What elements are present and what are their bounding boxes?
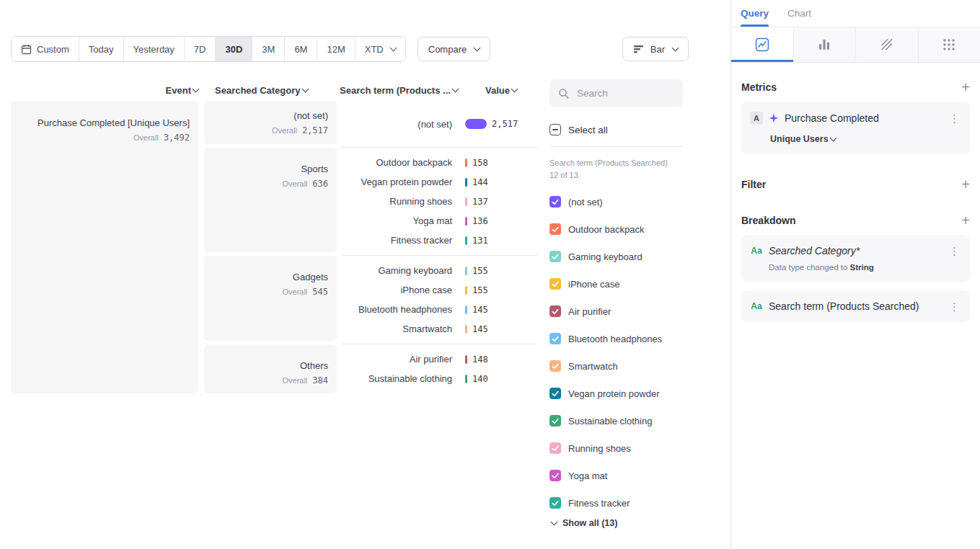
search-term: Gaming keyboard	[342, 265, 458, 276]
table-row[interactable]: Running shoes137	[342, 192, 537, 211]
column-header-search-term[interactable]: Search term (Products ...	[335, 85, 465, 96]
table-row[interactable]: Vegan protein powder144	[342, 172, 537, 192]
table-row[interactable]: Fitness tracker131	[342, 231, 537, 250]
date-button-12m[interactable]: 12M	[317, 37, 355, 61]
category-overall: Overall2,517	[213, 125, 328, 135]
terms-list: Air purifier148Sustainable clothing140	[342, 344, 537, 393]
filter-item[interactable]: Fitness tracker	[549, 489, 683, 517]
bar-chart-icon[interactable]	[794, 27, 857, 62]
filter-item[interactable]: Running shoes	[549, 434, 683, 462]
search-icon	[558, 88, 569, 99]
search-input[interactable]	[575, 87, 674, 99]
filter-item[interactable]: Smartwatch	[549, 352, 683, 380]
search-term: Running shoes	[342, 196, 458, 207]
table-row[interactable]: Bluetooth headphones145	[342, 300, 537, 319]
checkbox-checked[interactable]	[549, 223, 561, 235]
date-button-label: Custom	[37, 44, 69, 55]
tab-chart[interactable]: Chart	[787, 0, 811, 27]
checkbox-checked[interactable]	[549, 333, 561, 344]
event-cell[interactable]: Purchase Completed [Unique Users] Overal…	[11, 101, 198, 393]
table-row[interactable]: Outdoor backpack158	[342, 153, 537, 172]
kebab-menu-icon[interactable]: ⋮	[948, 113, 961, 124]
sparkle-icon	[769, 113, 779, 123]
kebab-menu-icon[interactable]: ⋮	[948, 301, 961, 312]
compare-button[interactable]: Compare	[418, 37, 490, 61]
search-term: Smartwatch	[342, 323, 458, 334]
tab-query[interactable]: Query	[741, 0, 769, 27]
breakdown-card-search-term[interactable]: Aa Search term (Products Searched) ⋮	[741, 290, 970, 322]
breakdown-note: Data type changed to String	[769, 263, 961, 272]
select-all-toggle[interactable]: Select all	[549, 124, 683, 135]
category-cell[interactable]: GadgetsOverall545	[204, 256, 337, 341]
filter-item[interactable]: Sustainable clothing	[549, 407, 683, 434]
filter-item[interactable]: Bluetooth headphones	[549, 325, 683, 352]
filter-item[interactable]: Air purifier	[549, 298, 683, 325]
filter-item-label: Outdoor backpack	[568, 224, 645, 235]
date-button-xtd[interactable]: XTD	[356, 37, 405, 61]
checkbox-checked[interactable]	[549, 196, 561, 207]
date-button-6m[interactable]: 6M	[285, 37, 317, 61]
checkbox-indeterminate[interactable]	[549, 124, 561, 135]
checkbox-checked[interactable]	[549, 360, 561, 372]
date-button-label: 6M	[294, 44, 307, 55]
value-cell: 140	[458, 374, 537, 384]
date-button-custom[interactable]: Custom	[12, 37, 79, 61]
table-row[interactable]: Yoga mat136	[342, 211, 537, 231]
filter-item[interactable]: Outdoor backpack	[549, 215, 683, 243]
search-box[interactable]	[549, 79, 683, 107]
filter-item[interactable]: Yoga mat	[549, 462, 683, 489]
date-button-3m[interactable]: 3M	[252, 37, 285, 61]
category-cell[interactable]: SportsOverall636	[204, 148, 337, 252]
checkbox-checked[interactable]	[549, 470, 561, 481]
value-cell: 136	[458, 216, 537, 226]
filter-item[interactable]: Gaming keyboard	[549, 243, 683, 270]
stacked-chart-icon[interactable]	[856, 27, 919, 62]
category-cell[interactable]: (not set)Overall2,517	[204, 101, 337, 144]
kebab-menu-icon[interactable]: ⋮	[948, 246, 961, 256]
filter-item-label: Fitness tracker	[568, 498, 630, 509]
table-row[interactable]: Smartwatch145	[342, 319, 537, 339]
column-header-category[interactable]: Searched Category	[208, 85, 330, 96]
date-button-30d[interactable]: 30D	[216, 37, 252, 61]
add-metric-button[interactable]: +	[961, 81, 970, 93]
add-breakdown-button[interactable]: +	[961, 215, 970, 226]
checkbox-checked[interactable]	[549, 442, 561, 454]
checkbox-checked[interactable]	[549, 305, 561, 317]
table-row[interactable]: iPhone case155	[342, 280, 537, 300]
column-header-event[interactable]: Event	[11, 85, 203, 96]
checkbox-checked[interactable]	[549, 497, 561, 509]
checkbox-checked[interactable]	[549, 251, 561, 262]
table-row[interactable]: (not set)2,517	[342, 115, 537, 134]
table-row[interactable]: Sustainable clothing140	[342, 369, 537, 388]
date-button-label: Today	[89, 44, 114, 55]
value-bar	[465, 375, 467, 383]
checkbox-checked[interactable]	[549, 415, 561, 427]
category-cell[interactable]: OthersOverall384	[204, 344, 337, 393]
checkbox-checked[interactable]	[549, 278, 561, 290]
value-number: 2,517	[492, 119, 518, 129]
filter-item[interactable]: (not set)	[549, 188, 683, 215]
filter-item[interactable]: iPhone case	[549, 270, 683, 298]
chart-type-dropdown[interactable]: Bar	[622, 37, 689, 61]
date-button-label: 7D	[194, 44, 206, 55]
date-button-7d[interactable]: 7D	[185, 37, 216, 61]
checkbox-checked[interactable]	[549, 388, 561, 399]
table-group: (not set)Overall2,517(not set)2,517	[204, 101, 537, 148]
line-chart-icon[interactable]	[731, 27, 794, 62]
filter-item[interactable]: Vegan protein powder	[549, 380, 683, 407]
metrics-grid-icon[interactable]	[919, 27, 980, 62]
breakdown-card-searched-category[interactable]: Aa Searched Category* ⋮ Data type change…	[741, 235, 970, 282]
table-row[interactable]: Gaming keyboard155	[342, 261, 537, 280]
date-button-yesterday[interactable]: Yesterday	[124, 37, 185, 61]
metric-card[interactable]: A Purchase Completed ⋮ Unique Users	[741, 102, 970, 154]
measure-dropdown[interactable]: Unique Users	[770, 134, 836, 144]
metric-letter-badge: A	[750, 112, 763, 125]
table-row[interactable]: Air purifier148	[342, 349, 537, 369]
date-button-today[interactable]: Today	[79, 37, 124, 61]
value-number: 137	[472, 197, 488, 207]
add-filter-button[interactable]: +	[961, 179, 970, 190]
metric-name: Purchase Completed	[785, 112, 879, 124]
column-header-value[interactable]: Value	[465, 85, 537, 96]
show-all-button[interactable]: Show all (13)	[549, 518, 683, 528]
terms-list: Gaming keyboard155iPhone case155Bluetoot…	[342, 256, 537, 344]
